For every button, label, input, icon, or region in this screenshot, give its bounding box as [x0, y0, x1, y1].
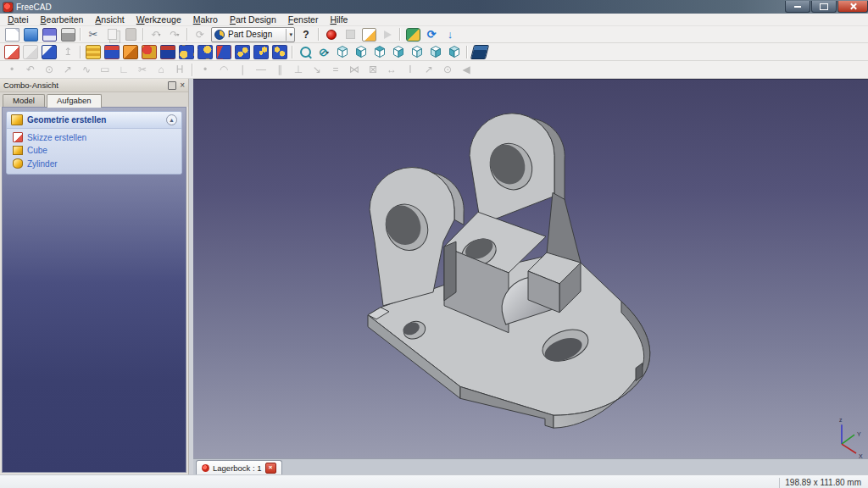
sketcher-external-button[interactable]: ∟ [115, 63, 132, 77]
view-rear-button[interactable] [409, 45, 426, 59]
collapse-icon[interactable]: ▲ [166, 114, 177, 125]
groove-button[interactable] [159, 45, 176, 59]
sketcher-line-button[interactable]: ↗ [59, 63, 76, 77]
constraint-distance-button[interactable]: ↗ [420, 63, 437, 77]
menu-fenster[interactable]: Fenster [282, 14, 325, 25]
chamfer-button[interactable] [197, 45, 214, 59]
macro-edit-button[interactable] [360, 27, 377, 42]
sketcher-trim-button[interactable]: ✂ [134, 63, 151, 77]
menu-part-design[interactable]: Part Design [224, 14, 282, 25]
refresh-button[interactable]: ⟳ [192, 27, 209, 42]
sketcher-circle-button[interactable]: ⊙ [41, 63, 58, 77]
view-bottom-icon [429, 45, 442, 58]
constraint-coincident-button[interactable]: • [197, 63, 214, 77]
constraint-radius-button[interactable]: ⊙ [439, 63, 456, 77]
constraint-tangent-button[interactable]: ↘ [309, 63, 326, 77]
constraint-hdistance-button[interactable]: ↔ [383, 63, 400, 77]
draw-style-button[interactable]: ⊘▾ [315, 45, 332, 59]
dock-pin-icon[interactable] [168, 81, 176, 90]
document-tab-lagerbock[interactable]: Lagerbock : 1 × [196, 460, 282, 474]
titlebar[interactable]: FreeCAD [0, 0, 868, 14]
cube-icon [13, 146, 23, 155]
macro-play-button[interactable] [379, 27, 396, 42]
task-item-zylinder[interactable]: Zylinder [7, 157, 181, 170]
sketch-map-button[interactable] [41, 45, 58, 59]
sketcher-point-button[interactable]: • [3, 63, 20, 77]
tab-aufgaben[interactable]: Aufgaben [47, 94, 102, 108]
revolution-button[interactable] [122, 45, 139, 59]
view-bottom-button[interactable] [427, 45, 444, 59]
view-front-button[interactable] [353, 45, 370, 59]
menu-makro[interactable]: Makro [187, 14, 224, 25]
sketcher-symmetry-button[interactable]: H [171, 63, 188, 77]
save-document-button[interactable] [41, 27, 58, 42]
open-document-button[interactable] [22, 27, 39, 42]
menu-hilfe[interactable]: Hilfe [324, 14, 353, 25]
polar-pattern-button[interactable] [271, 45, 288, 59]
sketch-view-button[interactable] [22, 45, 39, 59]
view-axonometric-button[interactable] [334, 45, 351, 59]
view-top-button[interactable] [371, 45, 388, 59]
task-box-header[interactable]: Geometrie erstellen ▲ [7, 112, 181, 129]
constraint-equal-button[interactable]: = [327, 63, 344, 77]
new-document-button[interactable] [3, 27, 20, 42]
combo-view-titlebar[interactable]: Combo-Ansicht × [0, 79, 188, 92]
view-right-button[interactable] [390, 45, 407, 59]
copy-button[interactable] [103, 27, 120, 42]
sketch-new-button[interactable] [3, 45, 20, 59]
constraint-parallel-button[interactable]: ∥ [271, 63, 288, 77]
constraint-point-on-object-button[interactable]: ◠ [215, 63, 232, 77]
view-left-button[interactable] [446, 45, 463, 59]
constraint-symmetric-button[interactable]: ⋈ [346, 63, 363, 77]
web-download-button[interactable]: ↓ [442, 27, 459, 42]
whats-this-button[interactable]: ? [298, 27, 314, 42]
maximize-button[interactable] [811, 1, 837, 13]
sketcher-bspline-button[interactable]: ∿ [78, 63, 95, 77]
minimize-button[interactable] [785, 1, 810, 13]
fit-all-button[interactable] [297, 45, 314, 59]
redo-button[interactable]: ↷▾ [166, 27, 183, 42]
document-tab-close-icon[interactable]: × [265, 463, 276, 474]
constraint-horizontal-button[interactable]: ― [253, 63, 270, 77]
sketcher-construction-button[interactable]: ⌂ [153, 63, 170, 77]
pad-button[interactable] [103, 45, 120, 59]
constraint-vdistance-button[interactable]: I [402, 63, 419, 77]
tab-model[interactable]: Model [3, 94, 45, 107]
constraint-vertical-button[interactable]: ∣ [234, 63, 251, 77]
viewport-3d[interactable]: z Y X [193, 79, 868, 458]
pocket-button[interactable] [141, 45, 158, 59]
workbench-selector[interactable]: Part Design ▾ [211, 27, 295, 42]
part-box-button[interactable] [471, 45, 488, 59]
web-refresh-button[interactable]: ⟳ [423, 27, 440, 42]
menu-bearbeiten[interactable]: Bearbeiten [35, 14, 90, 25]
constraint-angle-button[interactable]: ◀ [458, 63, 475, 77]
block-shadow-slot [444, 241, 456, 301]
macro-record-button[interactable] [323, 27, 340, 42]
linear-pattern-icon [253, 45, 269, 59]
task-item-cube[interactable]: Cube [7, 144, 181, 157]
linear-pattern-button[interactable] [253, 45, 270, 59]
constraint-lock-button[interactable]: ⊠ [364, 63, 381, 77]
draft-button[interactable] [215, 45, 232, 59]
vertical-distance-icon: I [409, 64, 411, 75]
python-macro-button[interactable] [404, 27, 421, 42]
undo-button[interactable]: ↶▾ [147, 27, 164, 42]
task-item-skizze[interactable]: Skizze erstellen [7, 130, 181, 144]
cut-button[interactable]: ✂ [85, 27, 102, 42]
menu-datei[interactable]: Datei [2, 14, 35, 25]
datum-plane-button[interactable] [85, 45, 102, 59]
mirrored-button[interactable] [234, 45, 251, 59]
print-button[interactable] [59, 27, 76, 42]
paste-button[interactable] [122, 27, 139, 42]
menu-werkzeuge[interactable]: Werkzeuge [131, 14, 187, 25]
panel-close-icon[interactable]: × [180, 81, 185, 90]
task-item-label: Skizze erstellen [27, 133, 86, 142]
menu-ansicht[interactable]: Ansicht [89, 14, 130, 25]
fillet-button[interactable] [178, 45, 195, 59]
close-button[interactable] [837, 1, 868, 13]
sketch-leave-button[interactable]: ↥ [59, 45, 76, 59]
constraint-perpendicular-button[interactable]: ⊥ [290, 63, 307, 77]
sketcher-rectangle-button[interactable]: ▭ [97, 63, 114, 77]
sketcher-arc-button[interactable]: ↶ [22, 63, 39, 77]
macro-stop-button[interactable] [342, 27, 359, 42]
